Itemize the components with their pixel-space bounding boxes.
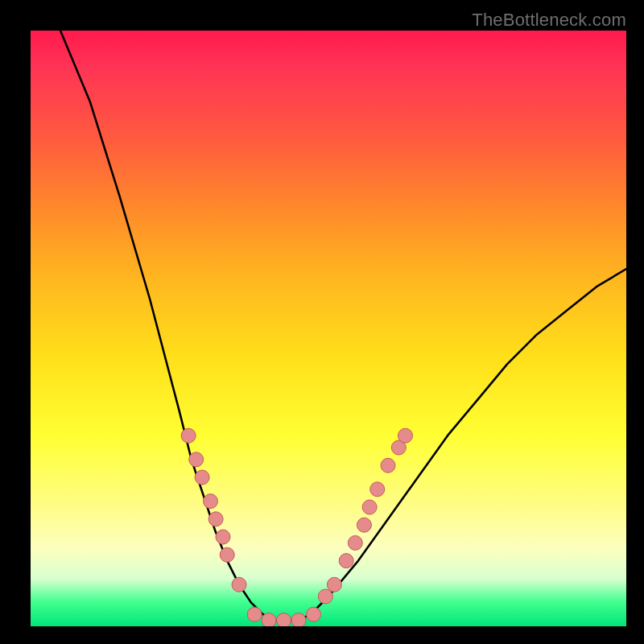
gradient-background — [31, 31, 626, 626]
watermark-text: TheBottleneck.com — [472, 10, 626, 31]
chart-frame: TheBottleneck.com — [0, 0, 644, 644]
plot-area — [31, 31, 626, 626]
